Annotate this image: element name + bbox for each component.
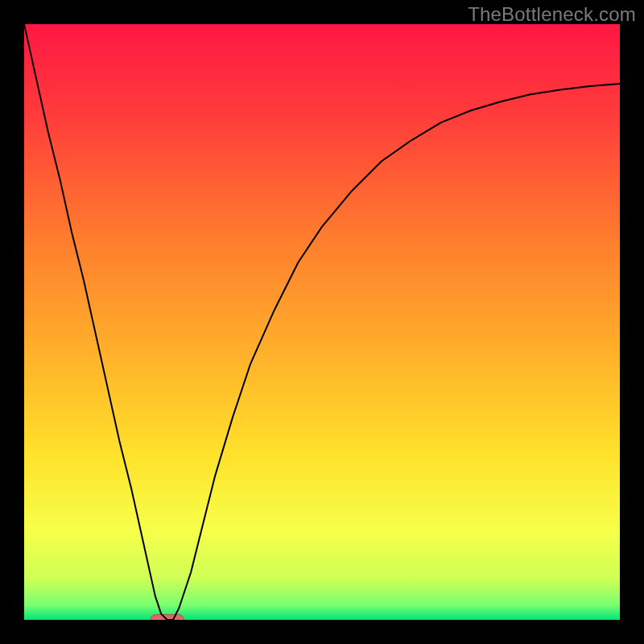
watermark: TheBottleneck.com (468, 3, 636, 26)
chart-svg (24, 24, 620, 620)
gradient-background (24, 24, 620, 620)
plot-area (24, 24, 620, 620)
chart-frame: TheBottleneck.com (0, 0, 644, 644)
